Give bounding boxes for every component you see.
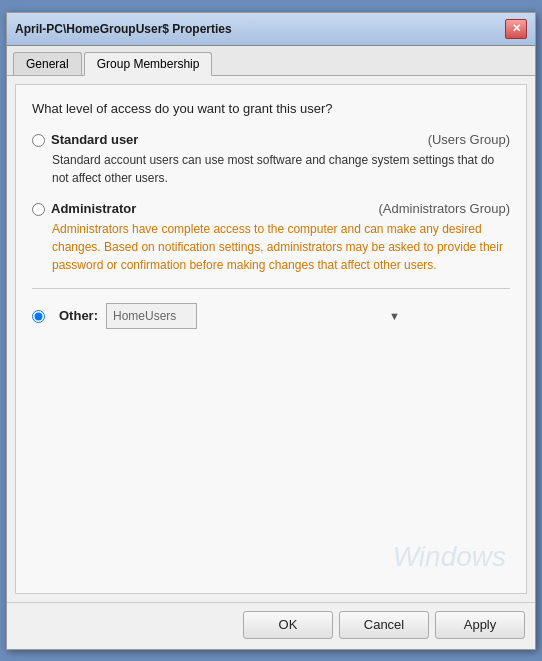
other-dropdown-wrapper: HomeUsers Administrators Users Guests ▼	[106, 303, 406, 329]
administrator-row: Administrator (Administrators Group)	[32, 201, 510, 216]
standard-user-label: Standard user	[51, 132, 138, 147]
standard-user-group: Standard user (Users Group) Standard acc…	[32, 132, 510, 187]
administrator-group-label: (Administrators Group)	[369, 201, 510, 216]
tab-group-membership[interactable]: Group Membership	[84, 52, 213, 76]
standard-user-row: Standard user (Users Group)	[32, 132, 510, 147]
tab-bar: General Group Membership	[7, 46, 535, 76]
other-option-row: Other: HomeUsers Administrators Users Gu…	[32, 303, 510, 329]
question-text: What level of access do you want to gran…	[32, 101, 510, 116]
administrator-group: Administrator (Administrators Group) Adm…	[32, 201, 510, 274]
dropdown-arrow-icon: ▼	[389, 310, 400, 322]
tab-general[interactable]: General	[13, 52, 82, 75]
standard-user-radio[interactable]	[32, 134, 45, 147]
window-title: April-PC\HomeGroupUser$ Properties	[15, 22, 232, 36]
standard-user-description: Standard account users can use most soft…	[52, 151, 510, 187]
other-radio[interactable]	[32, 310, 45, 323]
close-button[interactable]: ✕	[505, 19, 527, 39]
properties-window: April-PC\HomeGroupUser$ Properties ✕ Gen…	[6, 12, 536, 650]
administrator-radio[interactable]	[32, 203, 45, 216]
standard-user-group-label: (Users Group)	[418, 132, 510, 147]
footer-buttons: OK Cancel Apply	[7, 602, 535, 649]
cancel-button[interactable]: Cancel	[339, 611, 429, 639]
administrator-label: Administrator	[51, 201, 136, 216]
content-area: What level of access do you want to gran…	[15, 84, 527, 594]
windows-watermark: Windows	[393, 541, 506, 573]
title-bar: April-PC\HomeGroupUser$ Properties ✕	[7, 13, 535, 46]
other-dropdown[interactable]: HomeUsers Administrators Users Guests	[106, 303, 197, 329]
administrator-description: Administrators have complete access to t…	[52, 220, 510, 274]
ok-button[interactable]: OK	[243, 611, 333, 639]
apply-button[interactable]: Apply	[435, 611, 525, 639]
divider	[32, 288, 510, 289]
other-label: Other:	[59, 308, 98, 323]
